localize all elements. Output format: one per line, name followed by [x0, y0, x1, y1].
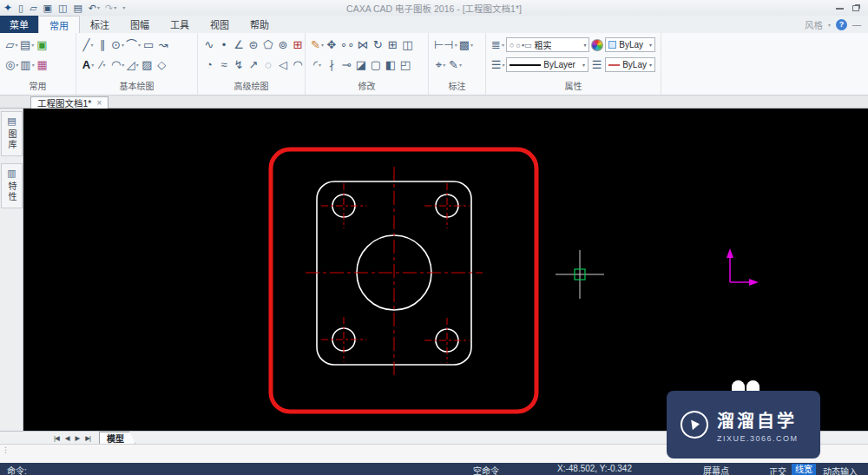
wave-line-icon[interactable]: ≈: [218, 56, 231, 73]
coordinate-readout: X:-48.502, Y:-0.342: [557, 464, 632, 473]
polygon-icon[interactable]: ⬠: [262, 36, 275, 53]
toolbar-grip-icon[interactable]: ⋮: [2, 446, 10, 455]
explode-icon[interactable]: ◰: [399, 56, 412, 73]
first-sheet-button[interactable]: |◀: [54, 434, 59, 442]
hatch-icon[interactable]: ▨: [141, 56, 154, 73]
image-frame-icon[interactable]: ▩▾: [459, 36, 473, 53]
ribbon-collapse-icon[interactable]: —: [852, 20, 861, 30]
linetype-icon[interactable]: ☰▾: [491, 56, 504, 73]
erase-icon[interactable]: ✎▾: [311, 36, 324, 53]
help-icon[interactable]: ?: [836, 19, 847, 30]
arrow-icon[interactable]: ↗: [247, 56, 260, 73]
extend-icon[interactable]: ⊸: [340, 56, 353, 73]
line-icon[interactable]: ╱▾: [82, 36, 95, 53]
new-file-icon[interactable]: ▯: [18, 3, 24, 13]
tab-tools[interactable]: 工具: [160, 16, 200, 33]
layers-icon[interactable]: ≣▾: [491, 36, 504, 53]
idle-command-label: 空命令: [473, 464, 499, 475]
paste-icon[interactable]: ▤▾: [20, 36, 34, 53]
contour-icon[interactable]: ◌: [262, 56, 275, 73]
dimension-edit-icon[interactable]: ✎▾: [449, 56, 462, 73]
ortho-toggle[interactable]: 正交: [769, 465, 786, 475]
scale-icon[interactable]: ▢: [370, 56, 383, 73]
view-pan-icon[interactable]: ▥▾: [20, 56, 34, 73]
undo-icon[interactable]: ↶▾: [89, 3, 100, 13]
formula-icon[interactable]: ◁: [277, 56, 290, 73]
text-icon[interactable]: A▾: [82, 56, 95, 73]
break-line-icon[interactable]: ↯: [233, 56, 246, 73]
next-sheet-button[interactable]: ▶: [76, 434, 80, 442]
sidebar-tab-library[interactable]: ▤ 图库: [1, 111, 23, 156]
tab-menu[interactable]: 菜单: [0, 16, 38, 33]
block-icon[interactable]: ◧: [385, 56, 398, 73]
fillet-icon[interactable]: ◜▾: [311, 56, 324, 73]
prev-sheet-button[interactable]: ◀: [65, 434, 69, 442]
copy-object-icon[interactable]: ∘∘: [340, 36, 355, 53]
symmetry-icon[interactable]: ⊚: [277, 36, 290, 53]
point-icon[interactable]: •: [218, 36, 231, 53]
model-tab[interactable]: 模型: [99, 432, 135, 444]
chamfer-icon[interactable]: ◿▾: [126, 56, 139, 73]
local-detail-icon[interactable]: ◇: [155, 56, 168, 73]
group-label-dimension: 标注: [429, 81, 485, 95]
close-document-icon[interactable]: ×: [96, 98, 102, 108]
screen-point-dropdown[interactable]: 屏幕点: [703, 464, 729, 475]
ole-insert-icon[interactable]: ▣: [36, 36, 49, 53]
document-tab[interactable]: 工程图文档1* ×: [30, 96, 108, 109]
pie-icon[interactable]: ◔: [203, 56, 216, 73]
dimension-icon[interactable]: ⊢⊣▾: [434, 36, 457, 53]
print-icon[interactable]: ▤: [73, 3, 82, 13]
spline-icon[interactable]: ∿: [203, 36, 216, 53]
stretch-icon[interactable]: ◪: [355, 56, 368, 73]
mirror-icon[interactable]: ⋈: [357, 36, 370, 53]
copy-icon[interactable]: ▱▾: [5, 36, 18, 53]
rotate-icon[interactable]: ↻: [372, 36, 385, 53]
redo-icon[interactable]: ↷▾: [105, 3, 116, 13]
coordinate-dimension-icon[interactable]: ⌖▾: [434, 56, 447, 73]
rectangle-icon[interactable]: ▭: [142, 36, 155, 53]
tab-help[interactable]: 帮助: [240, 16, 279, 33]
offset-icon[interactable]: ◫: [401, 36, 414, 53]
layer-state-combo[interactable]: ○☼▪▭ 粗实 ▾: [506, 37, 589, 52]
color-wheel-icon[interactable]: [591, 39, 603, 51]
drawing-outer-frame[interactable]: [271, 149, 536, 412]
lineweight-combo[interactable]: ByLay ▾: [605, 57, 655, 72]
app-logo-icon[interactable]: ✦: [3, 3, 13, 13]
save-icon[interactable]: ▣: [43, 3, 53, 13]
customize-quick-access-icon[interactable]: ▾: [122, 5, 125, 10]
dynamic-input-toggle[interactable]: 动态输入: [823, 465, 858, 475]
ellipse-icon[interactable]: ⊜: [247, 36, 260, 53]
break-icon[interactable]: ∤: [326, 56, 339, 73]
linetype-combo[interactable]: ByLayer ▾: [506, 57, 589, 72]
centerline-icon[interactable]: ∕▾: [96, 56, 109, 73]
array-icon[interactable]: ⊞: [386, 36, 399, 53]
palette-icon[interactable]: ▦: [36, 56, 49, 73]
arc-icon[interactable]: ⌒▾: [126, 36, 141, 53]
style-dropdown[interactable]: 风格: [805, 18, 823, 31]
lineweight-toggle[interactable]: 线宽: [792, 464, 816, 475]
parallel-line-icon[interactable]: ∥: [96, 36, 109, 53]
tab-dimension[interactable]: 标注: [80, 16, 120, 33]
circle-icon[interactable]: ⊙▾: [111, 36, 124, 53]
move-icon[interactable]: ✥: [326, 36, 339, 53]
tab-view[interactable]: 视图: [200, 16, 240, 33]
revision-cloud-icon[interactable]: ◠▾: [111, 56, 124, 73]
style-caret-icon[interactable]: ▾: [828, 22, 831, 28]
tab-sheet[interactable]: 图幅: [120, 16, 160, 33]
last-sheet-button[interactable]: ▶|: [85, 434, 90, 442]
minimize-button[interactable]: [836, 7, 844, 10]
restore-button[interactable]: [852, 5, 859, 11]
lineweight-icon[interactable]: ☰: [590, 56, 603, 73]
ribbon-group-properties: ≣▾ ○☼▪▭ 粗实 ▾ ByLay ▾ ☰▾ ByLayer ▾ ☰: [486, 33, 661, 95]
lineweight-sample: [608, 64, 620, 66]
color-combo[interactable]: ByLay ▾: [605, 37, 655, 52]
polyline-icon[interactable]: ↝: [157, 36, 170, 53]
save-all-icon[interactable]: ◫: [58, 3, 68, 13]
angle-line-icon[interactable]: ∠: [233, 36, 246, 53]
table-icon[interactable]: ⊞: [292, 36, 305, 53]
cloud-icon[interactable]: ◠: [292, 56, 305, 73]
tab-common[interactable]: 常用: [38, 16, 80, 33]
open-file-icon[interactable]: ▱: [30, 3, 37, 13]
zoom-icon[interactable]: ◎▾: [5, 56, 18, 73]
sidebar-tab-properties[interactable]: ▥ 特性: [1, 163, 23, 208]
